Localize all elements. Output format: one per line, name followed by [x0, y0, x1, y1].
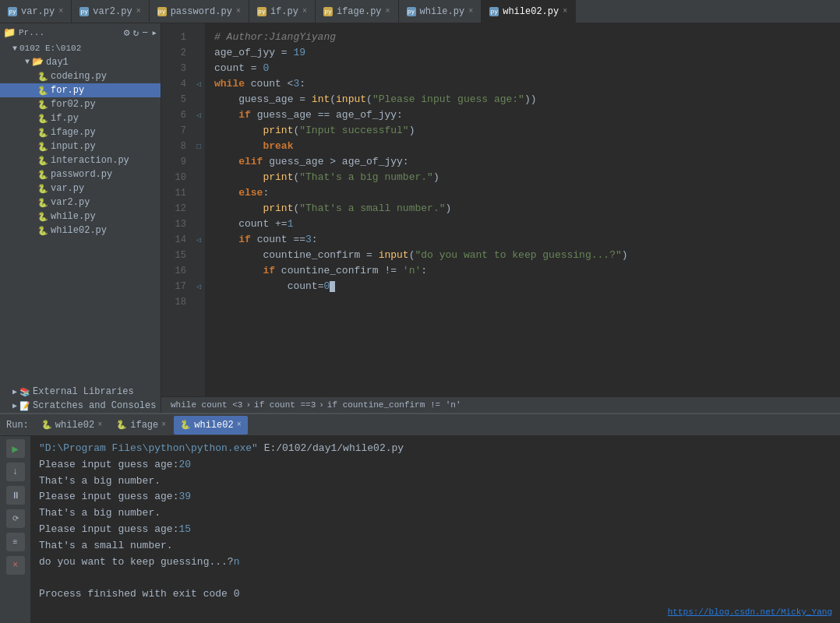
- code-line-9: elif guess_age > age_of_jyy:: [214, 154, 831, 170]
- ln-4: 4: [164, 76, 186, 92]
- code-line-14: if count ==3:: [214, 232, 831, 248]
- tree-for02[interactable]: 🐍 for02.py: [0, 97, 161, 111]
- run-tab-label-3: while02: [194, 420, 233, 431]
- tab-password[interactable]: py password.py ×: [150, 0, 249, 23]
- tree-var[interactable]: 🐍 var.py: [0, 181, 161, 195]
- sync-icon[interactable]: ↻: [133, 26, 139, 39]
- code-editor[interactable]: # Author:JiangYiyang age_of_jyy = 19 cou…: [205, 23, 840, 396]
- tab-label-while: while.py: [420, 6, 465, 17]
- tab-close-password[interactable]: ×: [236, 7, 241, 16]
- out-line-2: Please input guess age:20: [39, 457, 832, 473]
- out-line-7: That's a small number.: [39, 538, 832, 554]
- password-label: password.py: [51, 169, 112, 180]
- tab-label-if: if.py: [270, 6, 298, 17]
- run-rerun-button[interactable]: ⟳: [6, 509, 25, 528]
- tab-icon-if: py: [257, 7, 266, 16]
- run-pause-button[interactable]: ⏸: [6, 486, 25, 505]
- run-tab-ifage[interactable]: 🐍 ifage ×: [110, 416, 172, 435]
- while02-label: while02.py: [51, 225, 107, 236]
- if-icon: 🐍: [37, 114, 48, 124]
- tab-var[interactable]: py var.py ×: [0, 0, 72, 23]
- tab-close-var2[interactable]: ×: [136, 7, 141, 16]
- gi-13: [192, 216, 205, 232]
- tree-var2[interactable]: 🐍 var2.py: [0, 195, 161, 209]
- project-icon: 📁: [3, 26, 16, 39]
- run-tab-label-2: ifage: [130, 420, 158, 431]
- tree-interaction[interactable]: 🐍 interaction.py: [0, 153, 161, 167]
- tree-if[interactable]: 🐍 if.py: [0, 111, 161, 125]
- while-icon: 🐍: [37, 212, 48, 222]
- ln-7: 7: [164, 123, 186, 139]
- day1-icon: 📂: [32, 56, 44, 68]
- out-line-blank: [39, 570, 832, 586]
- tree-external-libraries[interactable]: ▶ 📚 External Libraries: [0, 385, 161, 399]
- code-line-1: # Author:JiangYiyang: [214, 30, 831, 45]
- tree-input[interactable]: 🐍 input.py: [0, 139, 161, 153]
- gi-5: [192, 92, 205, 107]
- tree-day1[interactable]: ▼ 📂 day1: [0, 55, 161, 69]
- ln-11: 11: [164, 185, 186, 201]
- tab-close-while02[interactable]: ×: [563, 7, 567, 16]
- tab-while[interactable]: py while.py ×: [399, 0, 482, 23]
- tab-close-var[interactable]: ×: [58, 7, 63, 16]
- tree-ifage[interactable]: 🐍 ifage.py: [0, 125, 161, 139]
- tree-while02[interactable]: 🐍 while02.py: [0, 224, 161, 238]
- bottom-panel: Run: 🐍 while02 × 🐍 ifage × 🐍 while02 × ▶…: [0, 413, 840, 623]
- out-line-8: do you want to keep guessing...?n: [39, 554, 832, 571]
- collapse-icon[interactable]: −: [142, 27, 148, 39]
- gutter-icons: ◁ ◁ □ ◁ ◁: [192, 23, 205, 396]
- tab-ifage[interactable]: py ifage.py ×: [316, 0, 399, 23]
- gi-8: □: [192, 139, 205, 154]
- run-down-button[interactable]: ↓: [6, 463, 25, 481]
- tree-for[interactable]: 🐍 for.py: [0, 83, 161, 97]
- code-line-17: count=0: [214, 279, 831, 294]
- var-icon: 🐍: [37, 184, 48, 194]
- breadcrumb-3[interactable]: if countine_confirm != 'n': [327, 400, 461, 410]
- run-play-button[interactable]: ▶: [6, 439, 25, 458]
- tab-label-ifage: ifage.py: [337, 6, 382, 17]
- tree-while[interactable]: 🐍 while.py: [0, 209, 161, 224]
- expand-icon[interactable]: ▸: [151, 26, 157, 39]
- code-line-6: if guess_age == age_of_jyy:: [214, 107, 831, 123]
- tree-password[interactable]: 🐍 password.py: [0, 167, 161, 181]
- ln-8: 8: [164, 139, 186, 154]
- tree-scratches[interactable]: ▶ 📝 Scratches and Consoles: [0, 399, 161, 413]
- breadcrumb-1[interactable]: while count <3: [171, 400, 242, 410]
- settings-icon[interactable]: ⚙: [124, 26, 130, 39]
- run-settings-button[interactable]: ≡: [6, 533, 25, 551]
- run-tab-while02-2[interactable]: 🐍 while02 ×: [174, 416, 247, 435]
- gi-6: ◁: [192, 107, 205, 123]
- gi-2: [192, 45, 205, 61]
- tab-close-ifage[interactable]: ×: [386, 7, 390, 16]
- codeing-label: codeing.py: [51, 71, 107, 82]
- tab-close-while[interactable]: ×: [468, 7, 473, 16]
- tab-close-if[interactable]: ×: [302, 7, 307, 16]
- out-csdn-link[interactable]: https://blog.csdn.net/Micky_Yang: [668, 606, 832, 620]
- tab-icon-var2: py: [79, 7, 89, 16]
- tree-root[interactable]: ▼ 0102 E:\0102: [0, 42, 161, 55]
- breadcrumb-2[interactable]: if count ==3: [254, 400, 316, 410]
- run-tab-close-3[interactable]: ×: [237, 421, 242, 429]
- gi-10: [192, 170, 205, 185]
- run-tab-icon-2: 🐍: [116, 420, 127, 430]
- tab-label-password: password.py: [171, 6, 232, 17]
- interaction-label: interaction.py: [51, 155, 129, 166]
- tab-var2[interactable]: py var2.py ×: [72, 0, 149, 23]
- gi-17: ◁: [192, 279, 205, 294]
- tree-codeing[interactable]: 🐍 codeing.py: [0, 69, 161, 83]
- run-close-button[interactable]: ×: [6, 556, 25, 575]
- tab-label-while02: while02.py: [503, 6, 559, 17]
- day1-arrow: ▼: [25, 58, 30, 66]
- code-container: 1 2 3 4 5 6 7 8 9 10 11 12 13 14 15 16 1…: [161, 23, 840, 396]
- run-tab-while02-1[interactable]: 🐍 while02 ×: [35, 416, 108, 435]
- tab-if[interactable]: py if.py ×: [249, 0, 316, 23]
- ln-5: 5: [164, 92, 186, 107]
- run-tab-close-1[interactable]: ×: [97, 421, 102, 429]
- run-tab-close-2[interactable]: ×: [161, 421, 166, 429]
- ln-10: 10: [164, 170, 186, 185]
- gi-3: [192, 61, 205, 76]
- external-label: External Libraries: [33, 386, 134, 397]
- tab-while02[interactable]: py while02.py ×: [482, 0, 576, 23]
- tab-label-var2: var2.py: [93, 6, 132, 17]
- tab-icon-var: py: [8, 7, 17, 16]
